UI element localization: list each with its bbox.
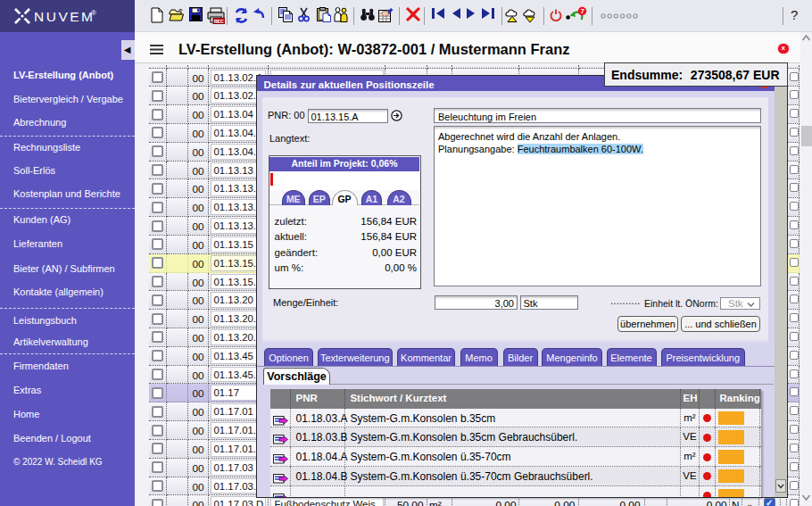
svg-text:REC: REC: [214, 19, 224, 24]
svg-text:7: 7: [581, 7, 585, 15]
